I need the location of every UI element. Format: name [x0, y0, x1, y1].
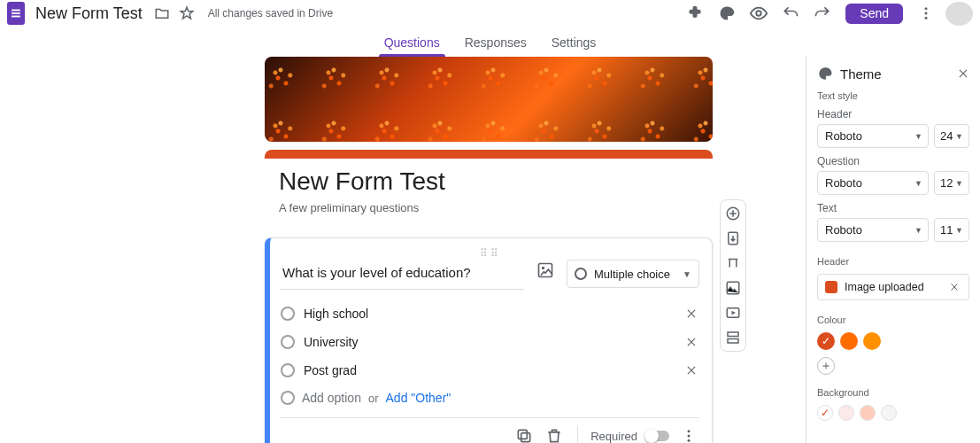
question-card[interactable]: ⠿⠿ Multiple choice ▼ High school [265, 237, 713, 443]
chevron-down-icon: ▼ [955, 226, 963, 235]
text-font-label: Text [817, 202, 969, 214]
background-section-label: Background [817, 387, 969, 398]
drag-handle-icon[interactable]: ⠿⠿ [281, 247, 699, 256]
send-button[interactable]: Send [845, 4, 903, 24]
tab-settings[interactable]: Settings [546, 32, 602, 57]
colour-swatch[interactable] [840, 332, 858, 350]
star-icon[interactable] [178, 4, 196, 22]
remove-option-icon[interactable] [683, 334, 699, 350]
theme-panel: Theme Text style Header Roboto▼ 24▼ Ques… [806, 57, 980, 443]
palette-icon [817, 66, 833, 82]
add-video-icon[interactable] [725, 305, 741, 321]
text-font-select[interactable]: Roboto▼ [817, 218, 929, 242]
radio-icon [281, 335, 295, 349]
text-size-select[interactable]: 11▼ [934, 218, 969, 242]
background-swatch[interactable] [838, 405, 854, 421]
more-menu-icon[interactable] [912, 0, 940, 27]
header-image-chip: Image uploaded [817, 274, 969, 300]
add-image-to-question-icon[interactable] [535, 260, 556, 281]
form-title[interactable]: New Form Test [35, 4, 143, 23]
option-row[interactable]: High school [281, 306, 699, 322]
question-font-select[interactable]: Roboto▼ [817, 171, 929, 195]
form-canvas: New Form Test A few preliminary question… [0, 57, 806, 443]
option-text[interactable]: High school [304, 307, 368, 321]
svg-point-11 [688, 430, 691, 432]
question-type-label: Multiple choice [594, 268, 670, 281]
add-image-icon[interactable] [725, 280, 741, 296]
option-text[interactable]: University [304, 335, 358, 349]
undo-icon[interactable] [776, 0, 805, 27]
text-style-section-label: Text style [817, 90, 969, 101]
radio-icon [281, 391, 295, 405]
customize-theme-icon[interactable] [713, 0, 741, 27]
question-text-input[interactable] [281, 260, 524, 290]
editor-tabs: Questions Responses Settings [0, 27, 980, 57]
add-section-icon[interactable] [725, 330, 741, 346]
tab-responses[interactable]: Responses [459, 32, 532, 57]
floating-toolbar [720, 199, 746, 352]
header-image[interactable] [265, 57, 713, 142]
background-swatch[interactable] [860, 405, 876, 421]
colour-section-label: Colour [817, 315, 969, 325]
svg-rect-10 [519, 430, 528, 439]
tab-questions[interactable]: Questions [379, 32, 445, 57]
svg-point-5 [925, 12, 928, 15]
background-swatches [817, 405, 969, 421]
svg-rect-2 [12, 16, 19, 17]
option-row[interactable]: University [281, 334, 699, 350]
background-swatch[interactable] [817, 405, 833, 421]
header-font-label: Header [817, 108, 969, 120]
colour-swatch[interactable] [863, 332, 881, 350]
divider [577, 425, 578, 443]
chevron-down-icon: ▼ [683, 269, 691, 279]
remove-header-image-icon[interactable] [947, 280, 961, 294]
question-type-select[interactable]: Multiple choice ▼ [567, 260, 699, 288]
or-label: or [368, 392, 379, 405]
colour-swatch[interactable] [817, 332, 835, 350]
redo-icon[interactable] [808, 0, 837, 27]
autosave-status: All changes saved in Drive [208, 7, 333, 19]
question-footer: Required [281, 417, 699, 443]
header-size-select[interactable]: 24▼ [934, 124, 969, 148]
add-other-link[interactable]: Add "Other" [386, 391, 451, 405]
theme-title: Theme [840, 66, 882, 82]
background-swatch[interactable] [881, 405, 897, 421]
required-toggle[interactable] [646, 431, 669, 441]
radio-icon [281, 307, 295, 321]
close-icon[interactable] [957, 67, 969, 80]
app-header: New Form Test All changes saved in Drive… [0, 0, 980, 27]
forms-logo-icon[interactable] [7, 2, 25, 25]
option-row[interactable]: Post grad [281, 362, 699, 378]
svg-point-13 [688, 439, 691, 442]
svg-rect-18 [728, 332, 738, 337]
options-list: High school University Post grad [281, 306, 699, 405]
add-custom-colour-icon[interactable]: ＋ [817, 357, 835, 375]
svg-point-8 [542, 267, 544, 269]
add-question-icon[interactable] [725, 206, 741, 222]
import-questions-icon[interactable] [725, 230, 741, 246]
add-option-text[interactable]: Add option [302, 391, 361, 405]
colour-swatches [817, 332, 969, 350]
form-description-text[interactable]: A few preliminary questions [279, 201, 698, 214]
delete-icon[interactable] [544, 425, 565, 443]
duplicate-icon[interactable] [513, 425, 535, 443]
question-more-icon[interactable] [678, 425, 699, 443]
svg-point-12 [688, 435, 691, 438]
question-size-select[interactable]: 12▼ [934, 171, 969, 195]
radio-icon [281, 363, 295, 377]
remove-option-icon[interactable] [683, 362, 699, 378]
add-title-icon[interactable] [725, 255, 741, 271]
header-font-select[interactable]: Roboto▼ [817, 124, 929, 148]
theme-panel-header: Theme [817, 66, 969, 82]
svg-point-3 [757, 11, 762, 16]
addon-icon[interactable] [681, 0, 709, 27]
preview-icon[interactable] [745, 0, 773, 27]
form-title-text[interactable]: New Form Test [279, 167, 698, 196]
option-text[interactable]: Post grad [304, 363, 357, 377]
title-card[interactable]: New Form Test A few preliminary question… [265, 150, 713, 229]
move-to-folder-icon[interactable] [153, 4, 171, 22]
account-avatar[interactable] [945, 2, 973, 26]
question-font-label: Question [817, 155, 969, 167]
remove-option-icon[interactable] [683, 306, 699, 322]
add-option-row: Add option or Add "Other" [281, 391, 699, 405]
